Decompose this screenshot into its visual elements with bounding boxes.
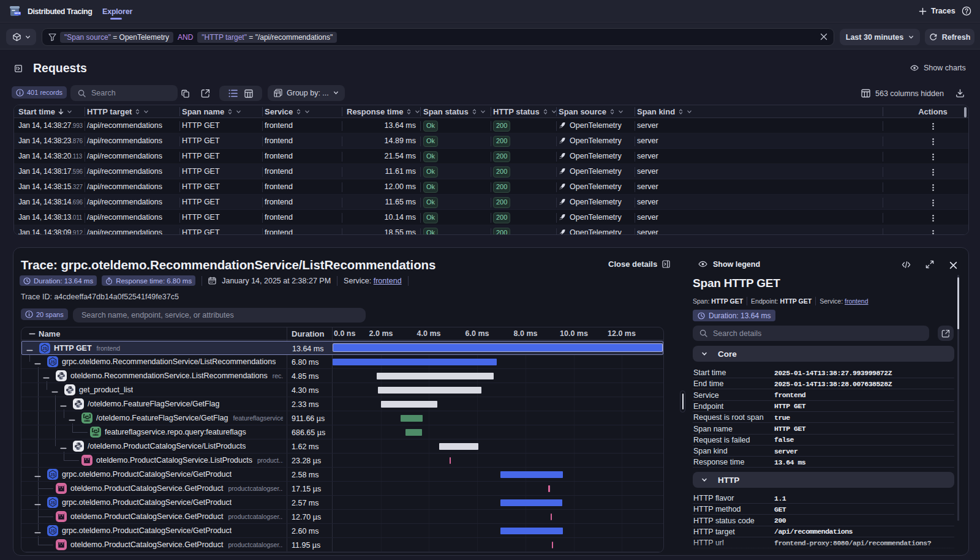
svg-text:ERLANG: ERLANG xyxy=(85,420,90,421)
svg-text:JS: JS xyxy=(50,528,56,532)
svg-text:JS: JS xyxy=(50,359,56,364)
svg-text:JS: JS xyxy=(50,500,56,504)
svg-text:JS: JS xyxy=(50,472,56,476)
svg-text:JS: JS xyxy=(42,346,48,350)
svg-text:ERLANG: ERLANG xyxy=(93,434,99,435)
